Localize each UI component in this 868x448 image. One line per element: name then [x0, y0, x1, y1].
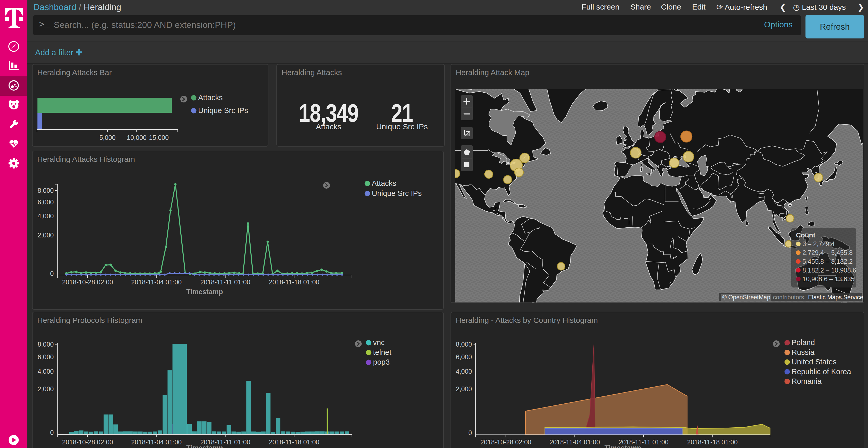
- svg-text:8,000: 8,000: [456, 341, 472, 348]
- svg-text:2018-10-28 02:00: 2018-10-28 02:00: [480, 439, 531, 446]
- svg-text:0: 0: [468, 429, 472, 436]
- svg-text:Romania: Romania: [792, 377, 822, 385]
- svg-text:4,000: 4,000: [456, 368, 472, 375]
- svg-text:Timestamp: Timestamp: [604, 444, 641, 448]
- svg-text:2018-11-18 01:00: 2018-11-18 01:00: [687, 439, 738, 446]
- svg-text:United States: United States: [792, 358, 836, 366]
- svg-text:2018-11-04 01:00: 2018-11-04 01:00: [550, 439, 600, 446]
- svg-text:Russia: Russia: [792, 348, 815, 356]
- svg-text:6,000: 6,000: [456, 353, 472, 360]
- svg-text:2,000: 2,000: [456, 385, 472, 392]
- svg-text:Republic of Korea: Republic of Korea: [792, 368, 851, 376]
- svg-text:Poland: Poland: [792, 338, 815, 347]
